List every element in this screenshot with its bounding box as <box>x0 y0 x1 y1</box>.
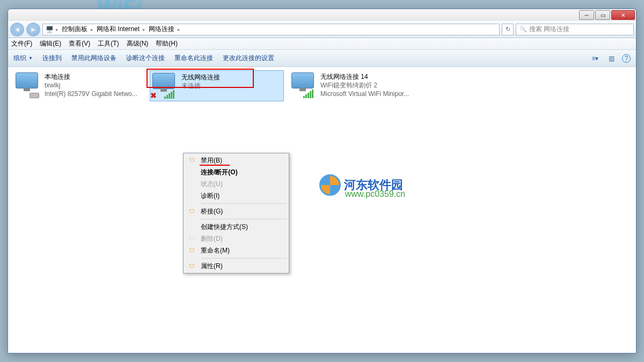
window-titlebar: ─ ▭ ✕ <box>8 9 636 21</box>
minimize-button[interactable]: ─ <box>579 10 594 20</box>
watermark: 河东软件园 www.pc0359.cn <box>319 174 403 196</box>
shield-icon: 🛡 <box>187 207 196 216</box>
refresh-button[interactable]: ↻ <box>502 24 514 35</box>
nav-toolbar: ◄ ► 🖥️ ▸ 控制面板 ▸ 网络和 Internet ▸ 网络连接 ▸ ↻ … <box>8 21 636 38</box>
tool-diagnose[interactable]: 诊断这个连接 <box>126 54 165 63</box>
tool-disable[interactable]: 禁用此网络设备 <box>71 54 116 63</box>
crumb-sep-icon: ▸ <box>178 27 180 32</box>
connection-wireless[interactable]: ✖ 无线网络连接 未连接 rd <box>150 70 284 101</box>
tool-organize[interactable]: 组织 ▼ <box>13 54 33 63</box>
search-input[interactable]: 搜索 网络连接 <box>516 24 634 35</box>
error-x-icon: ✖ <box>150 91 159 100</box>
crumb-control-panel[interactable]: 控制面板 <box>58 25 91 34</box>
conn-title: 无线网络连接 <box>181 73 220 82</box>
menu-separator <box>201 258 287 258</box>
ctx-diagnose[interactable]: 诊断(I) <box>185 190 288 202</box>
ctx-shortcut[interactable]: 创建快捷方式(S) <box>185 221 288 233</box>
menu-advanced[interactable]: 高级(N) <box>127 39 149 48</box>
highlight-underline <box>200 165 230 166</box>
menu-tools[interactable]: 工具(T) <box>98 39 119 48</box>
conn-sub: txwlkj <box>45 81 137 90</box>
control-panel-icon: 🖥️ <box>45 25 54 34</box>
conn-title: 无线网络连接 14 <box>320 72 409 81</box>
network-icon <box>291 72 317 98</box>
conn-dev: Intel(R) 82579V Gigabit Netwo... <box>45 90 137 98</box>
watermark-url: www.pc0359.cn <box>345 189 405 199</box>
crumb-network-connections[interactable]: 网络连接 <box>145 25 178 34</box>
view-options-icon[interactable]: ≡▾ <box>590 54 601 63</box>
explorer-window: ─ ▭ ✕ ◄ ► 🖥️ ▸ 控制面板 ▸ 网络和 Internet ▸ 网络连… <box>8 9 636 353</box>
menu-separator <box>201 219 287 219</box>
chevron-down-icon: ▼ <box>28 56 33 61</box>
ctx-delete: 🛡删除(D) <box>185 233 288 245</box>
menu-file[interactable]: 文件(F) <box>11 39 32 48</box>
tool-connect[interactable]: 连接到 <box>42 54 62 63</box>
menu-help[interactable]: 帮助(H) <box>156 39 178 48</box>
help-icon[interactable]: ? <box>622 54 631 63</box>
crumb-network-internet[interactable]: 网络和 Internet <box>93 25 143 34</box>
signal-bars-icon <box>303 90 313 98</box>
menu-view[interactable]: 查看(V) <box>69 39 90 48</box>
close-button[interactable]: ✕ <box>611 10 635 20</box>
forward-button[interactable]: ► <box>26 23 40 36</box>
network-icon: ✖ <box>152 73 178 99</box>
connection-wireless-14[interactable]: 无线网络连接 14 WiFi鐿变韩绮剧伒 2 Microsoft Virtual… <box>289 70 423 100</box>
tool-rename[interactable]: 重命名此连接 <box>174 54 213 63</box>
preview-pane-icon[interactable]: ▥ <box>606 54 617 63</box>
conn-sub: 未连接 <box>181 82 220 90</box>
connection-local[interactable]: 本地连接 txwlkj Intel(R) 82579V Gigabit Netw… <box>13 70 148 100</box>
shield-icon: 🛡 <box>187 262 196 270</box>
shield-icon: 🛡 <box>187 246 196 255</box>
network-icon <box>16 72 41 98</box>
ctx-properties[interactable]: 🛡属性(R) <box>185 260 288 272</box>
conn-dev: rd <box>181 90 220 99</box>
ctx-connect-disconnect[interactable]: 连接/断开(O) <box>185 166 288 178</box>
menu-edit[interactable]: 编辑(E) <box>40 39 61 48</box>
tool-settings[interactable]: 更改此连接的设置 <box>223 54 274 63</box>
command-bar: 组织 ▼ 连接到 禁用此网络设备 诊断这个连接 重命名此连接 更改此连接的设置 … <box>8 50 636 67</box>
shield-icon: 🛡 <box>187 234 196 243</box>
conn-sub: WiFi鐿变韩绮剧伒 2 <box>320 81 409 90</box>
menu-bar: 文件(F) 编辑(E) 查看(V) 工具(T) 高级(N) 帮助(H) <box>8 38 636 50</box>
ctx-bridge[interactable]: 🛡桥接(G) <box>185 205 288 217</box>
breadcrumb-bar[interactable]: 🖥️ ▸ 控制面板 ▸ 网络和 Internet ▸ 网络连接 ▸ <box>42 24 500 35</box>
ctx-status: 状态(U) <box>185 178 288 190</box>
search-placeholder: 搜索 网络连接 <box>529 25 569 34</box>
menu-separator <box>201 203 287 204</box>
context-menu: 🛡禁用(B) 连接/断开(O) 状态(U) 诊断(I) 🛡桥接(G) 创建快捷方… <box>183 153 289 274</box>
watermark-logo-icon <box>319 174 341 196</box>
maximize-button[interactable]: ▭ <box>595 10 610 20</box>
back-button[interactable]: ◄ <box>10 23 24 36</box>
conn-dev: Microsoft Virtual WiFi Minipor... <box>320 90 409 98</box>
ctx-rename[interactable]: 🛡重命名(M) <box>185 245 288 256</box>
signal-bars-icon <box>164 90 174 99</box>
conn-title: 本地连接 <box>45 72 137 81</box>
shield-icon: 🛡 <box>187 156 196 165</box>
content-area: 本地连接 txwlkj Intel(R) 82579V Gigabit Netw… <box>8 67 636 353</box>
